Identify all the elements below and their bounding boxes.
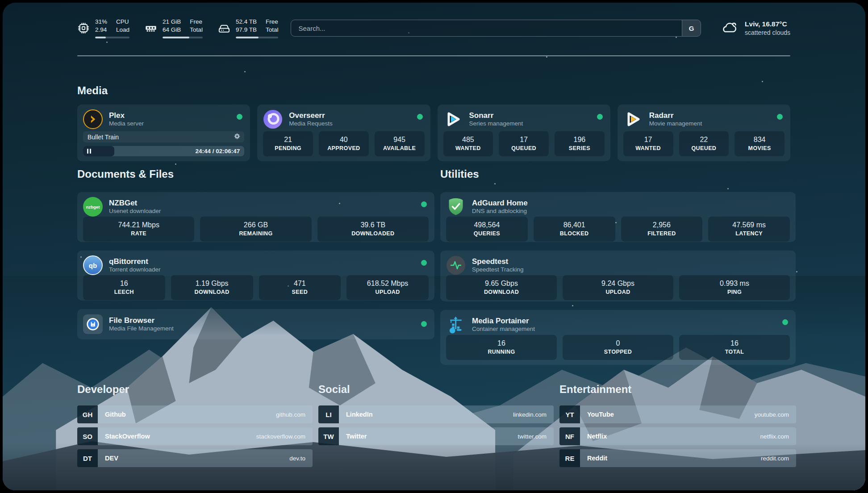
link-url: twitter.com	[517, 433, 547, 440]
memory-label-2: Total	[190, 26, 203, 34]
stat-value: 86,401	[563, 221, 585, 230]
link-abbr: YT	[559, 405, 580, 423]
cpu-values: 31% 2.94	[95, 18, 107, 33]
stat-stopped: 0 STOPPED	[563, 335, 673, 360]
disk-progress-bar	[236, 37, 279, 38]
adguard-titles: AdGuard Home DNS and adblocking	[472, 198, 528, 215]
link-body: Twitter twitter.com	[339, 427, 554, 445]
memory-labels: Free Total	[190, 18, 203, 33]
stat-label: DOWNLOADED	[351, 230, 394, 237]
radarr-card[interactable]: Radarr Movie management 17 WANTED 22 QUE…	[618, 104, 790, 161]
filebrowser-card[interactable]: File Browser Media File Management	[77, 309, 434, 339]
stat-label: UPLOAD	[605, 288, 630, 296]
speedtest-pulse-icon	[446, 255, 466, 275]
plex-card[interactable]: Plex Media server Bullet Train	[77, 104, 250, 161]
link-url: github.com	[276, 411, 305, 418]
gear-icon[interactable]	[234, 133, 241, 142]
entertainment-section: Entertainment YT YouTube youtube.com NF …	[559, 383, 796, 471]
stat-value: 834	[754, 135, 766, 145]
plex-card-header: Plex Media server	[83, 109, 244, 129]
disk-label-1: Free	[266, 18, 279, 26]
developer-section-title: Developer	[77, 383, 313, 396]
portainer-crane-icon	[446, 315, 466, 334]
link-netflix[interactable]: NF Netflix netflix.com	[559, 427, 796, 445]
link-sections: Developer GH Github github.com SO StackO…	[77, 383, 790, 471]
stat-label: QUERIES	[474, 230, 500, 237]
stat-label: QUEUED	[511, 145, 536, 152]
speedtest-name: Speedtest	[472, 257, 524, 266]
entertainment-section-title: Entertainment	[559, 383, 796, 396]
stat-series: 196 SERIES	[555, 131, 605, 156]
link-abbr: GH	[77, 405, 98, 423]
link-name: Twitter	[346, 433, 367, 440]
weather-widget[interactable]: Lviv, 16.87°C scattered clouds	[721, 20, 790, 37]
header-divider	[77, 55, 790, 56]
stat-queued: 22 QUEUED	[679, 131, 729, 156]
plex-playback-progress: 24:44 / 02:06:47	[83, 146, 244, 156]
stat-value: 0	[616, 339, 620, 348]
stat-label: UPLOAD	[376, 288, 400, 296]
social-section: Social LI LinkedIn linkedin.com TW Twitt…	[318, 383, 554, 471]
stat-label: STOPPED	[604, 348, 632, 355]
weather-location-temp: Lviv, 16.87°C	[745, 20, 790, 29]
link-github[interactable]: GH Github github.com	[77, 405, 313, 423]
search-input[interactable]	[291, 20, 682, 36]
link-name: Github	[105, 411, 126, 418]
link-stackoverflow[interactable]: SO StackOverflow stackoverflow.com	[77, 427, 313, 445]
search-engine-button[interactable]: G	[682, 20, 701, 36]
disk-icon	[218, 22, 230, 34]
stat-label: BLOCKED	[560, 230, 589, 237]
radarr-icon	[623, 109, 643, 129]
speedtest-subtitle: Speedtest Tracking	[472, 266, 524, 274]
overseerr-card-header: Overseerr Media Requests	[263, 109, 424, 129]
radarr-name: Radarr	[649, 111, 702, 120]
nzbget-card-header: nzbget NZBGet Usenet downloader	[83, 197, 429, 217]
weather-condition: scattered clouds	[745, 29, 790, 37]
memory-icon	[145, 22, 157, 34]
filebrowser-status-online-dot	[421, 321, 427, 327]
stat-label: APPROVED	[327, 145, 360, 152]
overseerr-card[interactable]: Overseerr Media Requests 21 PENDING 40 A…	[257, 104, 430, 161]
stat-value: 618.52 Mbps	[367, 279, 409, 288]
nzbget-stats: 744.21 Mbps RATE 266 GB REMAINING 39.6 T…	[83, 217, 429, 242]
sonarr-card[interactable]: Sonarr Series management 485 WANTED 17 Q…	[438, 104, 610, 161]
portainer-card[interactable]: Media Portainer Container management 16 …	[440, 310, 796, 365]
link-reddit[interactable]: RE Reddit reddit.com	[559, 449, 796, 467]
qbittorrent-card[interactable]: qb qBittorrent Torrent downloader 16 LEE…	[77, 251, 434, 301]
sonarr-subtitle: Series management	[469, 120, 523, 128]
stat-label: SEED	[292, 288, 308, 296]
disk-readout: 52.4 TB 97.9 TB Free Total	[236, 18, 279, 38]
link-youtube[interactable]: YT YouTube youtube.com	[559, 405, 796, 423]
disk-progress-fill	[236, 37, 259, 38]
link-body: Reddit reddit.com	[580, 449, 796, 467]
stat-label: PENDING	[275, 145, 301, 152]
link-name: LinkedIn	[346, 411, 373, 418]
link-dev-to[interactable]: DT DEV dev.to	[77, 449, 313, 467]
plex-titles: Plex Media server	[109, 111, 144, 128]
link-body: DEV dev.to	[98, 449, 313, 467]
cpu-progress-bar	[95, 37, 129, 38]
link-linkedin[interactable]: LI LinkedIn linkedin.com	[318, 405, 554, 423]
link-abbr: RE	[559, 449, 580, 467]
cpu-progress-fill	[95, 37, 106, 38]
adguard-card[interactable]: AdGuard Home DNS and adblocking 498,564 …	[440, 192, 796, 242]
stat-label: FILTERED	[647, 230, 676, 237]
filebrowser-titles: File Browser Media File Management	[109, 316, 174, 333]
stat-leech: 16 LEECH	[83, 275, 165, 300]
sonarr-status-online-dot	[597, 114, 603, 120]
documents-column: Documents & Files nzbget NZBGet Usenet d…	[77, 168, 434, 373]
stat-latency: 47.569 ms LATENCY	[708, 217, 790, 242]
speedtest-card[interactable]: Speedtest Speedtest Tracking 9.65 Gbps D…	[440, 251, 796, 301]
developer-section: Developer GH Github github.com SO StackO…	[77, 383, 313, 471]
nzbget-card[interactable]: nzbget NZBGet Usenet downloader 744.21 M…	[77, 192, 434, 242]
link-abbr: DT	[77, 449, 98, 467]
qbittorrent-stats: 16 LEECH 1.19 Gbps DOWNLOAD 471 SEED 618…	[83, 275, 429, 300]
link-twitter[interactable]: TW Twitter twitter.com	[318, 427, 554, 445]
sonarr-icon	[443, 109, 463, 129]
qbittorrent-titles: qBittorrent Torrent downloader	[109, 257, 161, 274]
social-section-title: Social	[318, 383, 554, 396]
system-stats-group: 31% 2.94 CPU Load	[77, 18, 278, 38]
link-abbr: TW	[318, 427, 339, 445]
link-url: stackoverflow.com	[256, 433, 305, 440]
filebrowser-subtitle: Media File Management	[109, 325, 174, 333]
